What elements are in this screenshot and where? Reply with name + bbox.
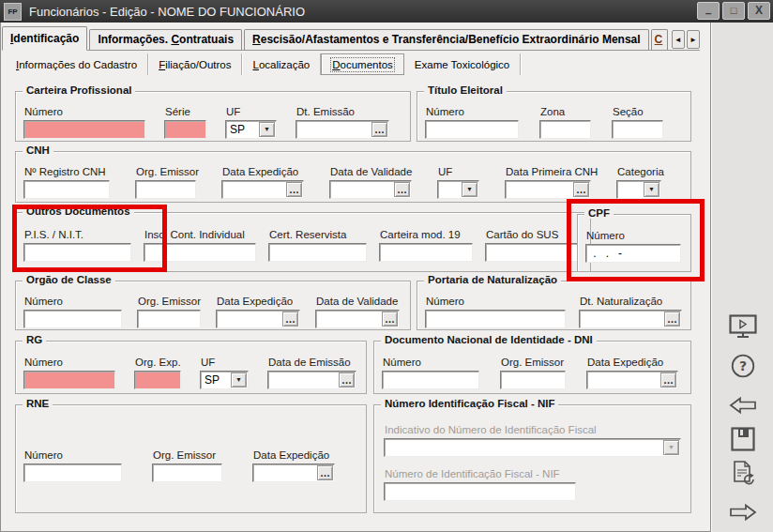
close-button[interactable]: X <box>748 2 770 20</box>
monitor-preview-button[interactable] <box>726 312 760 342</box>
previous-button[interactable] <box>726 390 760 420</box>
field-carteira-uf: UF ▼ <box>225 106 277 139</box>
portaria-numero-input[interactable] <box>425 310 566 328</box>
group-title: Número Identificação Fiscal - NIF <box>381 398 558 409</box>
field-cartao-sus: Cartão do SUS <box>485 229 579 262</box>
field-rg-org-exp: Org. Exp. <box>134 357 181 389</box>
tab-informacoes-contratuais[interactable]: Informações. Contratuais <box>89 29 242 50</box>
report-refresh-button[interactable] <box>726 458 760 488</box>
rg-org-exp-input[interactable] <box>134 371 181 389</box>
field-dni-numero: Número <box>382 357 479 389</box>
dropdown-button[interactable]: ▼ <box>644 182 659 197</box>
arrow-left-icon <box>729 396 757 415</box>
cnh-org-emissor-input[interactable] <box>135 180 196 199</box>
field-titulo-zona: Zona <box>539 106 591 139</box>
field-rne-data-expedicao: Data Expedição … <box>252 449 335 482</box>
group-title: CNH <box>23 144 53 156</box>
tab-scroll-left-button[interactable]: ◄ <box>672 30 685 49</box>
group-title: Outros Documentos <box>23 205 134 217</box>
arrow-right-icon <box>729 503 757 522</box>
field-portaria-numero: Número <box>425 296 566 328</box>
field-carteira-serie: Série <box>164 106 206 139</box>
group-title: RG <box>23 334 46 345</box>
tab-scroll-right-button[interactable]: ► <box>687 30 700 49</box>
date-picker-button[interactable]: … <box>317 465 333 480</box>
group-title: Documento Nacional de Identidade - DNI <box>381 334 597 345</box>
orgao-org-emissor-input[interactable] <box>137 310 201 328</box>
tab-rescisao-afastamentos[interactable]: Rescisão/Afastamentos e Transferência/Be… <box>244 29 649 50</box>
field-cpf-numero: Número <box>585 230 681 263</box>
tab-localizacao[interactable]: Localização <box>242 53 321 75</box>
dni-org-emissor-input[interactable] <box>500 371 566 389</box>
group-title: Portaria de Naturalização <box>424 274 561 285</box>
rg-numero-input[interactable] <box>23 371 115 389</box>
dni-numero-input[interactable] <box>382 371 479 389</box>
title-bar: FP Funcionários - Edição - NOME DO FUNCI… <box>0 0 773 23</box>
field-rg-numero: Número <box>23 357 115 389</box>
nif-numero-input[interactable] <box>384 482 576 501</box>
group-titulo-eleitoral: Título Eleitoral Número Zona Seção <box>417 91 691 142</box>
monitor-play-icon <box>729 314 757 339</box>
field-orgao-numero: Número <box>23 296 122 328</box>
date-picker-button[interactable]: … <box>286 182 302 197</box>
dropdown-button[interactable]: ▼ <box>663 440 679 455</box>
group-carteira-profissional: Carteira Profissional Número Série UF ▼ … <box>15 91 411 142</box>
field-dni-data-expedicao: Data Expedição … <box>586 357 678 389</box>
minimize-button[interactable]: – <box>697 2 720 20</box>
tab-identificacao[interactable]: Identificação <box>2 26 87 51</box>
document-refresh-icon <box>731 460 756 486</box>
field-titulo-secao: Seção <box>612 106 663 139</box>
nif-indicativo-combo[interactable] <box>384 438 681 457</box>
insc-cont-individual-input[interactable] <box>144 243 256 262</box>
date-picker-button[interactable]: … <box>394 182 410 197</box>
next-button[interactable] <box>726 497 760 527</box>
dropdown-button[interactable]: ▼ <box>231 372 247 388</box>
titulo-secao-input[interactable] <box>612 120 663 139</box>
titulo-zona-input[interactable] <box>539 120 591 139</box>
date-picker-button[interactable]: … <box>573 182 589 197</box>
tab-exame-toxicologico[interactable]: Exame Toxicológico <box>404 53 521 75</box>
date-picker-button[interactable]: … <box>339 372 355 388</box>
field-insc-cont-individual: Insc. Cont. Individual <box>144 229 256 262</box>
date-picker-button[interactable]: … <box>382 312 398 327</box>
cert-reservista-input[interactable] <box>268 243 367 262</box>
field-cnh-uf: UF ▼ <box>437 166 479 199</box>
cpf-numero-input[interactable] <box>585 244 681 263</box>
rne-numero-input[interactable] <box>23 464 122 482</box>
pis-nit-input[interactable] <box>23 243 131 262</box>
dropdown-button[interactable]: ▼ <box>259 122 275 137</box>
date-picker-button[interactable]: … <box>282 312 298 327</box>
dropdown-button[interactable]: ▼ <box>462 182 477 197</box>
field-titulo-numero: Número <box>425 106 519 139</box>
group-title: Orgão de Classe <box>23 274 115 285</box>
arrow-right-icon: ► <box>690 36 697 44</box>
group-title: Carteira Profissional <box>23 84 135 96</box>
carteira-numero-input[interactable] <box>23 120 145 139</box>
group-outros-documentos: Outros Documentos P.I.S. / N.I.T. Insc. … <box>15 212 591 272</box>
cnh-registro-input[interactable] <box>23 180 110 199</box>
tab-documentos[interactable]: Documentos <box>321 53 404 75</box>
rne-org-emissor-input[interactable] <box>152 464 222 482</box>
date-picker-button[interactable]: … <box>660 372 676 388</box>
group-title: CPF <box>584 207 614 219</box>
app-icon: FP <box>4 3 22 21</box>
orgao-numero-input[interactable] <box>23 310 122 328</box>
svg-text:?: ? <box>739 358 747 373</box>
group-title: RNE <box>23 398 53 409</box>
date-picker-button[interactable]: … <box>371 122 387 137</box>
save-button[interactable] <box>726 424 760 454</box>
date-picker-button[interactable]: … <box>664 312 680 327</box>
tab-clipped[interactable]: C <box>651 29 668 50</box>
carteira-serie-input[interactable] <box>164 120 206 139</box>
help-button[interactable]: ? <box>726 351 760 381</box>
cartao-sus-input[interactable] <box>485 243 579 262</box>
action-sidebar: ? <box>710 23 773 532</box>
carteira-mod-19-input[interactable] <box>379 243 473 262</box>
tab-informacoes-do-cadastro[interactable]: Informações do Cadastro <box>6 53 148 75</box>
tab-filiacao-outros[interactable]: Filiação/Outros <box>148 53 242 75</box>
maximize-button[interactable]: □ <box>722 2 745 20</box>
titulo-numero-input[interactable] <box>425 120 519 139</box>
field-carteira-numero: Número <box>23 106 145 139</box>
help-icon: ? <box>731 354 755 378</box>
field-pis-nit: P.I.S. / N.I.T. <box>23 229 131 262</box>
